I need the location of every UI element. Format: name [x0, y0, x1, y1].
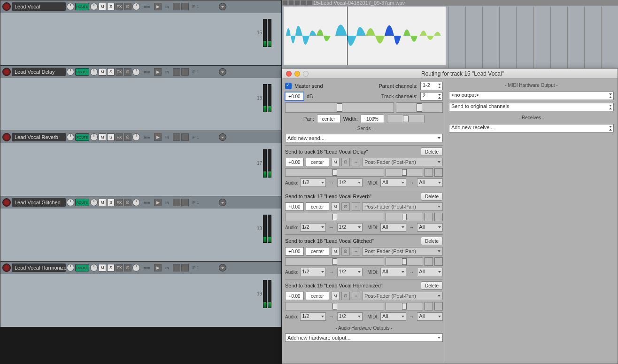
solo-button[interactable]: S: [107, 3, 115, 10]
audio-src-select[interactable]: 1/2: [300, 268, 326, 276]
send-pan-slider[interactable]: [386, 257, 423, 266]
arrange-area[interactable]: 15-Lead Vocal-04182017_09-37am.wav: [282, 0, 618, 68]
phase-button[interactable]: ∅: [124, 199, 131, 206]
input-label[interactable]: IP 1: [190, 264, 218, 271]
midi-src-select[interactable]: All: [380, 223, 406, 232]
track-channels-select[interactable]: 2: [420, 92, 443, 101]
audio-dst-select[interactable]: 1/2: [337, 268, 363, 276]
send-mono-button[interactable]: ↔: [352, 158, 360, 166]
record-arm-button[interactable]: [2, 263, 11, 272]
item-mute-icon[interactable]: [295, 0, 300, 5]
track-body[interactable]: [0, 274, 281, 327]
track-body[interactable]: [0, 143, 281, 196]
send-mono-button[interactable]: ↔: [352, 247, 360, 256]
fx-input-button[interactable]: [181, 3, 189, 10]
width-knob[interactable]: [132, 3, 140, 10]
send-mute-button[interactable]: M: [331, 292, 340, 300]
item-notes-icon[interactable]: [301, 0, 306, 5]
midi-dst-select[interactable]: All: [417, 178, 443, 187]
input-label[interactable]: IP 1: [190, 134, 218, 140]
midi-dst-select[interactable]: All: [417, 268, 443, 276]
delete-button[interactable]: Delete: [421, 281, 443, 290]
track-row[interactable]: Lead Vocal Harmonized ROUTE M S FX ∅ tri…: [0, 261, 282, 326]
mute-button[interactable]: M: [99, 3, 106, 10]
add-receive-dropdown[interactable]: Add new receive...: [449, 124, 614, 132]
phase-button[interactable]: ∅: [124, 68, 131, 76]
send-pan-input[interactable]: [306, 292, 329, 300]
volume-knob[interactable]: [67, 68, 74, 76]
fx-input-button[interactable]: [181, 68, 189, 76]
track-body[interactable]: [0, 78, 281, 131]
send-mute-button[interactable]: M: [331, 158, 340, 166]
track-row[interactable]: Lead Vocal Reverb ROUTE M S FX ∅ trim ▶ …: [0, 131, 282, 196]
play-icon[interactable]: ▶: [154, 133, 162, 141]
item-gear-icon[interactable]: [283, 0, 287, 5]
item-fx-icon[interactable]: [307, 0, 312, 5]
play-icon[interactable]: ▶: [154, 3, 162, 10]
midi-output-select[interactable]: <no output>: [449, 92, 614, 100]
monitor-button[interactable]: [173, 264, 180, 271]
midi-dst-select[interactable]: All: [417, 223, 443, 232]
mute-button[interactable]: M: [99, 133, 106, 141]
width-knob[interactable]: [132, 68, 140, 76]
record-arm-button[interactable]: [2, 2, 11, 11]
phase-button[interactable]: ∅: [124, 264, 131, 271]
send-volume-slider[interactable]: [285, 302, 384, 310]
width-slider[interactable]: [387, 115, 425, 123]
route-button[interactable]: ROUTE: [75, 264, 89, 271]
item-lock-icon[interactable]: [289, 0, 294, 5]
fx-button[interactable]: FX: [116, 264, 123, 271]
mute-button[interactable]: M: [99, 68, 106, 76]
close-icon[interactable]: [286, 71, 292, 77]
pan-knob[interactable]: [90, 199, 98, 206]
route-button[interactable]: ROUTE: [75, 3, 89, 10]
titlebar[interactable]: Routing for track 15 "Lead Vocal": [282, 69, 618, 79]
monitor-button[interactable]: [173, 68, 180, 76]
audio-dst-select[interactable]: 1/2: [337, 312, 363, 321]
send-mode-select[interactable]: Post-Fader (Post-Pan): [362, 292, 443, 300]
mute-button[interactable]: M: [99, 264, 106, 271]
width-input[interactable]: [361, 115, 384, 123]
dropdown-icon[interactable]: [219, 199, 226, 206]
route-button[interactable]: ROUTE: [75, 199, 89, 206]
send-mono-button[interactable]: ↔: [352, 202, 360, 211]
solo-button[interactable]: S: [107, 199, 115, 206]
input-label[interactable]: IP 1: [190, 3, 218, 10]
send-env-button[interactable]: [425, 257, 433, 266]
send-volume-slider[interactable]: [285, 257, 384, 266]
send-midi-button[interactable]: [434, 257, 443, 266]
monitor-button[interactable]: [173, 199, 180, 206]
audio-dst-select[interactable]: 1/2: [337, 178, 363, 187]
send-pan-input[interactable]: [306, 202, 329, 211]
send-pan-slider[interactable]: [386, 302, 423, 310]
send-gain-input[interactable]: [285, 158, 304, 166]
pan-knob[interactable]: [90, 68, 98, 76]
pan-slider[interactable]: [396, 102, 443, 113]
midi-src-select[interactable]: All: [380, 178, 406, 187]
solo-button[interactable]: S: [107, 68, 115, 76]
add-send-dropdown[interactable]: Add new send...: [285, 134, 443, 142]
master-send-checkbox[interactable]: [285, 83, 292, 89]
input-label[interactable]: IP 1: [190, 69, 218, 75]
track-row[interactable]: Lead Vocal Glitched ROUTE M S FX ∅ trim …: [0, 196, 282, 261]
route-button[interactable]: ROUTE: [75, 133, 89, 141]
track-name[interactable]: Lead Vocal Reverb: [12, 133, 66, 141]
send-pan-slider[interactable]: [386, 213, 423, 221]
pan-knob[interactable]: [90, 3, 98, 10]
fx-button[interactable]: FX: [116, 133, 123, 141]
send-mode-select[interactable]: Post-Fader (Post-Pan): [362, 202, 443, 211]
send-mode-select[interactable]: Post-Fader (Post-Pan): [362, 247, 443, 256]
volume-knob[interactable]: [67, 199, 74, 206]
dropdown-icon[interactable]: [219, 264, 226, 271]
phase-button[interactable]: ∅: [124, 133, 131, 141]
parent-channels-select[interactable]: 1-2: [420, 82, 443, 90]
track-name[interactable]: Lead Vocal Glitched: [12, 198, 66, 207]
send-gain-input[interactable]: [285, 247, 304, 256]
waveform[interactable]: [284, 7, 446, 65]
delete-button[interactable]: Delete: [421, 237, 443, 245]
send-mute-button[interactable]: M: [331, 202, 340, 211]
dropdown-icon[interactable]: [219, 68, 226, 76]
volume-knob[interactable]: [67, 133, 74, 141]
delete-button[interactable]: Delete: [421, 147, 443, 156]
audio-dst-select[interactable]: 1/2: [337, 223, 363, 232]
